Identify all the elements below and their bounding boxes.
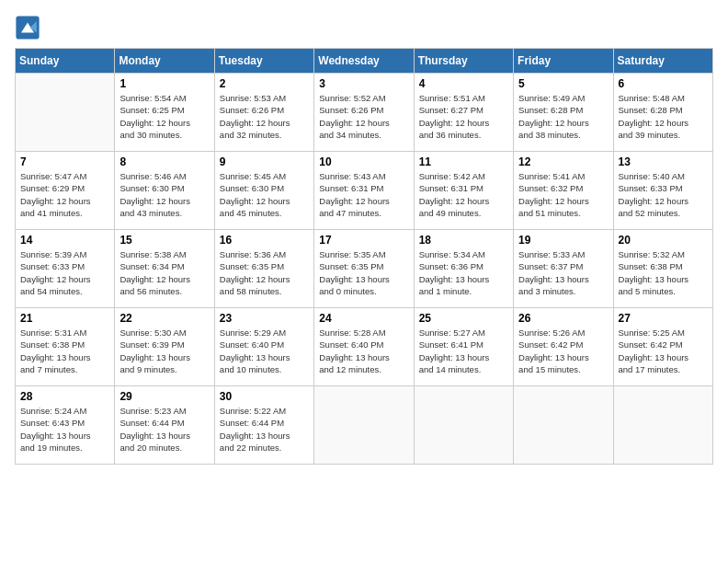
calendar-header-tuesday: Tuesday: [214, 49, 313, 74]
day-number: 9: [220, 155, 309, 168]
calendar-cell: 18Sunrise: 5:34 AM Sunset: 6:36 PM Dayli…: [414, 230, 513, 308]
day-number: 27: [619, 312, 708, 325]
header: [15, 15, 713, 40]
calendar-cell: 1Sunrise: 5:54 AM Sunset: 6:25 PM Daylig…: [115, 74, 214, 152]
calendar-cell: [314, 386, 414, 465]
day-info: Sunrise: 5:47 AM Sunset: 6:29 PM Dayligh…: [20, 170, 109, 219]
day-number: 16: [220, 234, 309, 247]
week-row-1: 1Sunrise: 5:54 AM Sunset: 6:25 PM Daylig…: [16, 74, 713, 152]
day-info: Sunrise: 5:34 AM Sunset: 6:36 PM Dayligh…: [419, 248, 508, 297]
day-info: Sunrise: 5:33 AM Sunset: 6:37 PM Dayligh…: [518, 248, 608, 297]
day-info: Sunrise: 5:31 AM Sunset: 6:38 PM Dayligh…: [20, 327, 109, 375]
calendar-cell: 26Sunrise: 5:26 AM Sunset: 6:42 PM Dayli…: [514, 308, 613, 386]
day-number: 18: [419, 234, 508, 247]
calendar-cell: 24Sunrise: 5:28 AM Sunset: 6:40 PM Dayli…: [314, 308, 414, 386]
calendar-cell: 11Sunrise: 5:42 AM Sunset: 6:31 PM Dayli…: [414, 152, 513, 230]
day-number: 23: [220, 312, 309, 325]
day-info: Sunrise: 5:35 AM Sunset: 6:35 PM Dayligh…: [319, 248, 408, 297]
calendar-cell: 29Sunrise: 5:23 AM Sunset: 6:44 PM Dayli…: [115, 386, 214, 465]
day-number: 25: [419, 312, 508, 325]
calendar-cell: 16Sunrise: 5:36 AM Sunset: 6:35 PM Dayli…: [214, 230, 313, 308]
day-info: Sunrise: 5:41 AM Sunset: 6:32 PM Dayligh…: [518, 170, 608, 219]
calendar-cell: 10Sunrise: 5:43 AM Sunset: 6:31 PM Dayli…: [314, 152, 414, 230]
day-number: 17: [319, 234, 408, 247]
day-number: 22: [119, 312, 209, 325]
calendar-header-wednesday: Wednesday: [314, 49, 414, 74]
calendar-cell: [16, 74, 115, 152]
day-number: 26: [518, 312, 608, 325]
day-info: Sunrise: 5:40 AM Sunset: 6:33 PM Dayligh…: [619, 170, 708, 219]
calendar-cell: 4Sunrise: 5:51 AM Sunset: 6:27 PM Daylig…: [414, 74, 513, 152]
day-number: 4: [419, 77, 508, 90]
day-number: 8: [119, 155, 209, 168]
calendar-header-thursday: Thursday: [414, 49, 513, 74]
day-info: Sunrise: 5:49 AM Sunset: 6:28 PM Dayligh…: [518, 92, 608, 141]
day-number: 2: [220, 77, 309, 90]
day-info: Sunrise: 5:24 AM Sunset: 6:43 PM Dayligh…: [20, 405, 109, 454]
calendar-cell: 6Sunrise: 5:48 AM Sunset: 6:28 PM Daylig…: [613, 74, 712, 152]
week-row-3: 14Sunrise: 5:39 AM Sunset: 6:33 PM Dayli…: [16, 230, 713, 308]
day-info: Sunrise: 5:45 AM Sunset: 6:30 PM Dayligh…: [220, 170, 309, 219]
calendar-cell: 13Sunrise: 5:40 AM Sunset: 6:33 PM Dayli…: [613, 152, 712, 230]
calendar-cell: 30Sunrise: 5:22 AM Sunset: 6:44 PM Dayli…: [214, 386, 313, 465]
day-number: 1: [119, 77, 209, 90]
calendar-cell: 23Sunrise: 5:29 AM Sunset: 6:40 PM Dayli…: [214, 308, 313, 386]
day-number: 21: [20, 312, 109, 325]
calendar-cell: 14Sunrise: 5:39 AM Sunset: 6:33 PM Dayli…: [16, 230, 115, 308]
calendar-cell: 28Sunrise: 5:24 AM Sunset: 6:43 PM Dayli…: [16, 386, 115, 465]
day-info: Sunrise: 5:52 AM Sunset: 6:26 PM Dayligh…: [319, 92, 408, 141]
day-info: Sunrise: 5:51 AM Sunset: 6:27 PM Dayligh…: [419, 92, 508, 141]
logo: [15, 15, 44, 40]
calendar-cell: 19Sunrise: 5:33 AM Sunset: 6:37 PM Dayli…: [514, 230, 613, 308]
calendar-cell: 12Sunrise: 5:41 AM Sunset: 6:32 PM Dayli…: [514, 152, 613, 230]
week-row-4: 21Sunrise: 5:31 AM Sunset: 6:38 PM Dayli…: [16, 308, 713, 386]
day-number: 3: [319, 77, 408, 90]
day-number: 11: [419, 155, 508, 168]
day-number: 13: [619, 155, 708, 168]
day-info: Sunrise: 5:43 AM Sunset: 6:31 PM Dayligh…: [319, 170, 408, 219]
calendar-cell: 9Sunrise: 5:45 AM Sunset: 6:30 PM Daylig…: [214, 152, 313, 230]
calendar-cell: 8Sunrise: 5:46 AM Sunset: 6:30 PM Daylig…: [115, 152, 214, 230]
day-number: 12: [518, 155, 608, 168]
calendar-cell: 7Sunrise: 5:47 AM Sunset: 6:29 PM Daylig…: [16, 152, 115, 230]
day-number: 24: [319, 312, 408, 325]
day-info: Sunrise: 5:29 AM Sunset: 6:40 PM Dayligh…: [220, 327, 309, 375]
day-number: 5: [518, 77, 608, 90]
day-info: Sunrise: 5:36 AM Sunset: 6:35 PM Dayligh…: [220, 248, 309, 297]
week-row-2: 7Sunrise: 5:47 AM Sunset: 6:29 PM Daylig…: [16, 152, 713, 230]
day-info: Sunrise: 5:25 AM Sunset: 6:42 PM Dayligh…: [619, 327, 708, 375]
calendar-header-saturday: Saturday: [613, 49, 712, 74]
calendar-header-friday: Friday: [514, 49, 613, 74]
day-number: 14: [20, 234, 109, 247]
day-info: Sunrise: 5:32 AM Sunset: 6:38 PM Dayligh…: [619, 248, 708, 297]
day-info: Sunrise: 5:54 AM Sunset: 6:25 PM Dayligh…: [119, 92, 209, 141]
calendar-cell: 3Sunrise: 5:52 AM Sunset: 6:26 PM Daylig…: [314, 74, 414, 152]
calendar-header-row: SundayMondayTuesdayWednesdayThursdayFrid…: [16, 49, 713, 74]
day-info: Sunrise: 5:28 AM Sunset: 6:40 PM Dayligh…: [319, 327, 408, 375]
day-info: Sunrise: 5:38 AM Sunset: 6:34 PM Dayligh…: [119, 248, 209, 297]
week-row-5: 28Sunrise: 5:24 AM Sunset: 6:43 PM Dayli…: [16, 386, 713, 465]
day-info: Sunrise: 5:26 AM Sunset: 6:42 PM Dayligh…: [518, 327, 608, 375]
calendar-cell: 2Sunrise: 5:53 AM Sunset: 6:26 PM Daylig…: [214, 74, 313, 152]
day-info: Sunrise: 5:27 AM Sunset: 6:41 PM Dayligh…: [419, 327, 508, 375]
calendar-header-monday: Monday: [115, 49, 214, 74]
day-number: 28: [20, 390, 109, 403]
calendar-cell: 25Sunrise: 5:27 AM Sunset: 6:41 PM Dayli…: [414, 308, 513, 386]
calendar-cell: 15Sunrise: 5:38 AM Sunset: 6:34 PM Dayli…: [115, 230, 214, 308]
day-info: Sunrise: 5:39 AM Sunset: 6:33 PM Dayligh…: [20, 248, 109, 297]
day-number: 19: [518, 234, 608, 247]
calendar-cell: 27Sunrise: 5:25 AM Sunset: 6:42 PM Dayli…: [613, 308, 712, 386]
day-number: 20: [619, 234, 708, 247]
day-number: 30: [220, 390, 309, 403]
day-info: Sunrise: 5:42 AM Sunset: 6:31 PM Dayligh…: [419, 170, 508, 219]
day-number: 10: [319, 155, 408, 168]
day-info: Sunrise: 5:48 AM Sunset: 6:28 PM Dayligh…: [619, 92, 708, 141]
calendar-cell: 5Sunrise: 5:49 AM Sunset: 6:28 PM Daylig…: [514, 74, 613, 152]
day-info: Sunrise: 5:23 AM Sunset: 6:44 PM Dayligh…: [119, 405, 209, 454]
day-number: 6: [619, 77, 708, 90]
calendar-cell: [613, 386, 712, 465]
calendar-table: SundayMondayTuesdayWednesdayThursdayFrid…: [15, 48, 713, 465]
calendar-cell: [414, 386, 513, 465]
day-number: 7: [20, 155, 109, 168]
calendar-header-sunday: Sunday: [16, 49, 115, 74]
